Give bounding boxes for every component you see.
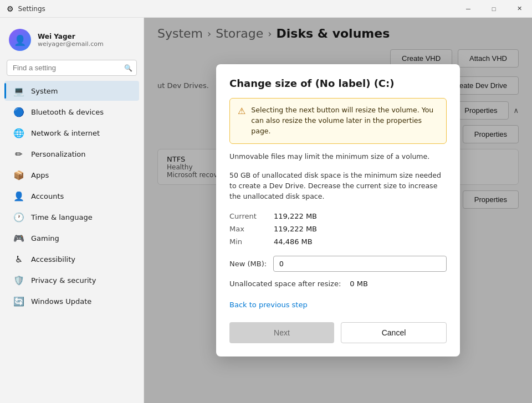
app-container: 👤 Wei Yager weiyager@email.com 🔍 💻 Syste… [0,18,532,403]
sidebar-item-gaming[interactable]: 🎮 Gaming [4,228,139,248]
max-value: 119,222 MB [274,224,447,234]
user-profile: 👤 Wei Yager weiyager@email.com [0,24,144,60]
main-content: System › Storage › Disks & volumes Creat… [144,18,532,403]
sidebar-label-bluetooth: Bluetooth & devices [31,108,104,116]
user-email: weiyager@email.com [38,40,104,48]
sidebar-label-privacy: Privacy & security [31,276,96,285]
new-mb-row: New (MB): [229,256,447,272]
sidebar-label-accessibility: Accessibility [31,255,75,264]
sidebar-item-system[interactable]: 💻 System [4,81,139,101]
sidebar-item-accessibility[interactable]: ♿ Accessibility [4,249,139,269]
sidebar-label-network: Network & internet [31,129,100,137]
size-table: Current 119,222 MB Max 119,222 MB Min 44… [229,211,447,247]
sidebar-item-windows-update[interactable]: 🔄 Windows Update [4,291,139,311]
next-button[interactable]: Next [229,322,334,343]
dialog: Change size of (No label) (C:) ⚠ Selecti… [216,64,460,356]
apps-icon: 📦 [13,169,24,180]
sidebar-item-personalization[interactable]: ✏️ Personalization [4,144,139,164]
current-value: 119,222 MB [274,211,447,221]
minimize-button[interactable]: ─ [456,0,481,18]
sidebar-item-apps[interactable]: 📦 Apps [4,165,139,185]
accounts-icon: 👤 [13,190,24,202]
sidebar-item-network[interactable]: 🌐 Network & internet [4,123,139,143]
warning-icon: ⚠ [238,106,245,116]
new-mb-input[interactable] [273,256,447,272]
avatar: 👤 [9,29,31,51]
dev-drive-info: 50 GB of unallocated disk space is the m… [229,170,447,202]
sidebar-label-apps: Apps [31,171,49,179]
bluetooth-icon: 🔵 [13,106,24,117]
back-link[interactable]: Back to previous step [229,301,308,309]
sidebar: 👤 Wei Yager weiyager@email.com 🔍 💻 Syste… [0,18,144,403]
sidebar-label-windows-update: Windows Update [31,297,91,306]
system-icon: 💻 [13,85,24,96]
sidebar-label-accounts: Accounts [31,192,64,200]
sidebar-item-accounts[interactable]: 👤 Accounts [4,186,139,206]
titlebar-controls: ─ □ ✕ [456,0,532,18]
user-info: Wei Yager weiyager@email.com [38,33,104,48]
titlebar: ⚙ Settings ─ □ ✕ [0,0,532,18]
current-label: Current [229,211,274,221]
sidebar-label-gaming: Gaming [31,234,59,242]
dialog-title: Change size of (No label) (C:) [229,78,447,89]
max-label: Max [229,224,274,234]
new-mb-label: New (MB): [229,260,267,268]
maximize-button[interactable]: □ [481,0,507,18]
unallocated-label: Unallocated space after resize: [229,280,341,288]
close-button[interactable]: ✕ [507,0,532,18]
min-label: Min [229,236,274,247]
sidebar-label-system: System [31,87,58,95]
sidebar-item-bluetooth[interactable]: 🔵 Bluetooth & devices [4,102,139,122]
privacy-icon: 🛡️ [13,275,24,286]
accessibility-icon: ♿ [13,254,24,265]
network-icon: 🌐 [13,127,24,138]
warning-text: Selecting the next button will resize th… [251,105,438,136]
time-icon: 🕐 [13,211,24,223]
settings-icon: ⚙ [7,4,14,13]
sidebar-label-time: Time & language [31,213,93,221]
unallocated-value: 0 MB [350,280,368,288]
titlebar-left: ⚙ Settings [7,4,45,13]
unallocated-row: Unallocated space after resize: 0 MB [229,280,447,288]
sidebar-item-time[interactable]: 🕐 Time & language [4,207,139,227]
user-name: Wei Yager [38,33,104,40]
min-value: 44,486 MB [274,236,447,247]
cancel-button[interactable]: Cancel [341,322,447,343]
search-input[interactable] [7,60,137,76]
gaming-icon: 🎮 [13,232,24,244]
unmovable-info: Unmovable files may limit the minimum si… [229,152,447,162]
dialog-buttons: Next Cancel [229,322,447,343]
search-icon: 🔍 [124,64,132,72]
titlebar-title: Settings [18,5,45,13]
modal-overlay: Change size of (No label) (C:) ⚠ Selecti… [144,18,532,403]
sidebar-search-container: 🔍 [7,60,137,76]
windows-update-icon: 🔄 [13,296,24,307]
sidebar-label-personalization: Personalization [31,150,86,158]
personalization-icon: ✏️ [13,148,24,159]
sidebar-item-privacy[interactable]: 🛡️ Privacy & security [4,270,139,290]
warning-banner: ⚠ Selecting the next button will resize … [229,98,447,143]
